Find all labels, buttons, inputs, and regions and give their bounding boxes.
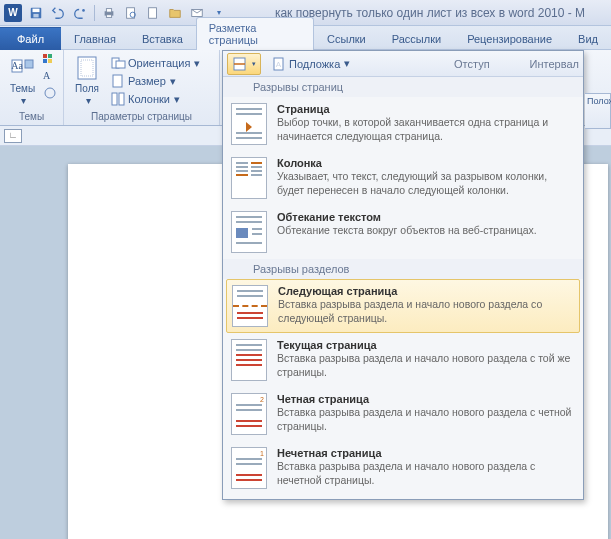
svg-rect-1 [33, 8, 40, 12]
columns-icon [110, 91, 126, 107]
svg-rect-14 [43, 54, 47, 58]
item-desc: Вставка разрыва раздела и начало нового … [277, 352, 573, 379]
continuous-icon [231, 339, 267, 381]
themes-label: Темы [10, 83, 35, 94]
break-text-wrapping[interactable]: Обтекание текстом Обтекание текста вокру… [223, 205, 583, 259]
even-page-icon: 2 [231, 393, 267, 435]
margins-icon [73, 54, 101, 82]
redo-icon[interactable] [70, 3, 90, 23]
size-button[interactable]: Размер ▾ [108, 72, 202, 90]
item-desc: Указывает, что текст, следующий за разры… [277, 170, 573, 197]
chevron-down-icon: ▾ [174, 93, 180, 106]
watermark-label: Подложка [289, 58, 340, 70]
svg-rect-6 [106, 14, 111, 17]
item-title: Обтекание текстом [277, 211, 573, 223]
tab-mailings[interactable]: Рассылки [379, 28, 454, 49]
svg-point-18 [45, 88, 55, 98]
svg-text:A: A [276, 60, 282, 69]
theme-fonts-icon[interactable]: A [43, 70, 59, 84]
open-icon[interactable] [165, 3, 185, 23]
svg-rect-9 [149, 7, 157, 18]
tab-home[interactable]: Главная [61, 28, 129, 49]
watermark-button[interactable]: A Подложка ▾ [269, 55, 352, 73]
size-label: Размер [128, 75, 166, 87]
item-desc: Вставка разрыва раздела и начало нового … [278, 298, 572, 325]
item-title: Четная страница [277, 393, 573, 405]
themes-button[interactable]: Aa Темы ▾ [4, 52, 41, 111]
orientation-button[interactable]: Ориентация ▾ [108, 54, 202, 72]
item-title: Колонка [277, 157, 573, 169]
save-icon[interactable] [26, 3, 46, 23]
break-continuous[interactable]: Текущая страница Вставка разрыва раздела… [223, 333, 583, 387]
svg-rect-13 [25, 60, 33, 68]
tab-review[interactable]: Рецензирование [454, 28, 565, 49]
svg-rect-23 [113, 75, 122, 87]
item-desc: Обтекание текста вокруг объектов на веб-… [277, 224, 573, 238]
tab-page-layout[interactable]: Разметка страницы [196, 17, 314, 50]
item-title: Страница [277, 103, 573, 115]
item-title: Текущая страница [277, 339, 573, 351]
item-title: Нечетная страница [277, 447, 573, 459]
preview-icon[interactable] [121, 3, 141, 23]
item-title: Следующая страница [278, 285, 572, 297]
svg-rect-24 [112, 93, 117, 105]
chevron-down-icon: ▾ [252, 60, 256, 68]
break-even-page[interactable]: 2 Четная страница Вставка разрыва раздел… [223, 387, 583, 441]
watermark-icon: A [271, 56, 287, 72]
margins-button[interactable]: Поля ▾ [68, 52, 106, 111]
breaks-dropdown-menu: ▾ A Подложка ▾ Отступ Интервал Полож Раз… [222, 50, 584, 500]
columns-label: Колонки [128, 93, 170, 105]
columns-button[interactable]: Колонки ▾ [108, 90, 202, 108]
ruler-corner: ∟ [4, 129, 22, 143]
item-desc: Вставка разрыва раздела и начало нового … [277, 460, 573, 487]
undo-icon[interactable] [48, 3, 68, 23]
svg-rect-2 [33, 13, 38, 17]
theme-effects-icon[interactable] [43, 86, 59, 100]
break-odd-page[interactable]: 1 Нечетная страница Вставка разрыва разд… [223, 441, 583, 495]
break-column[interactable]: Колонка Указывает, что текст, следующий … [223, 151, 583, 205]
breaks-button[interactable]: ▾ [227, 53, 261, 75]
tab-insert[interactable]: Вставка [129, 28, 196, 49]
svg-rect-17 [48, 59, 52, 63]
tab-file[interactable]: Файл [0, 27, 61, 50]
chevron-down-icon: ▾ [194, 57, 200, 70]
column-break-icon [231, 157, 267, 199]
orientation-label: Ориентация [128, 57, 190, 69]
item-desc: Вставка разрыва раздела и начало нового … [277, 406, 573, 433]
themes-icon: Aa [9, 54, 37, 82]
new-doc-icon[interactable] [143, 3, 163, 23]
group-page-setup: Поля ▾ Ориентация ▾ Размер ▾ Колонки ▾ [64, 50, 220, 125]
chevron-down-icon: ▾ [86, 95, 91, 106]
page-break-icon [231, 103, 267, 145]
word-app-icon: W [4, 4, 22, 22]
svg-rect-22 [116, 61, 125, 68]
group-themes: Aa Темы ▾ A Темы [0, 50, 64, 125]
svg-rect-5 [106, 8, 111, 12]
page-breaks-header: Разрывы страниц [223, 77, 583, 97]
orientation-icon [110, 55, 126, 71]
next-page-icon [232, 285, 268, 327]
theme-colors-icon[interactable] [43, 54, 59, 68]
item-desc: Выбор точки, в которой заканчивается одн… [277, 116, 573, 143]
indent-label: Отступ [454, 58, 490, 70]
tab-references[interactable]: Ссылки [314, 28, 379, 49]
print-icon[interactable] [99, 3, 119, 23]
svg-rect-16 [43, 59, 47, 63]
svg-text:Aa: Aa [11, 60, 23, 71]
break-next-page[interactable]: Следующая страница Вставка разрыва разде… [226, 279, 580, 333]
chevron-down-icon: ▾ [21, 95, 26, 106]
odd-page-icon: 1 [231, 447, 267, 489]
chevron-down-icon: ▾ [344, 57, 350, 70]
chevron-down-icon: ▾ [170, 75, 176, 88]
position-button-fragment[interactable]: Полож [585, 93, 611, 129]
svg-point-3 [82, 9, 85, 12]
margins-label: Поля [75, 83, 99, 94]
break-page[interactable]: Страница Выбор точки, в которой заканчив… [223, 97, 583, 151]
section-breaks-header: Разрывы разделов [223, 259, 583, 279]
menu-top-row: ▾ A Подложка ▾ Отступ Интервал [223, 51, 583, 77]
breaks-icon [232, 56, 248, 72]
text-wrapping-icon [231, 211, 267, 253]
tab-view[interactable]: Вид [565, 28, 611, 49]
group-themes-label: Темы [4, 111, 59, 123]
svg-rect-15 [48, 54, 52, 58]
